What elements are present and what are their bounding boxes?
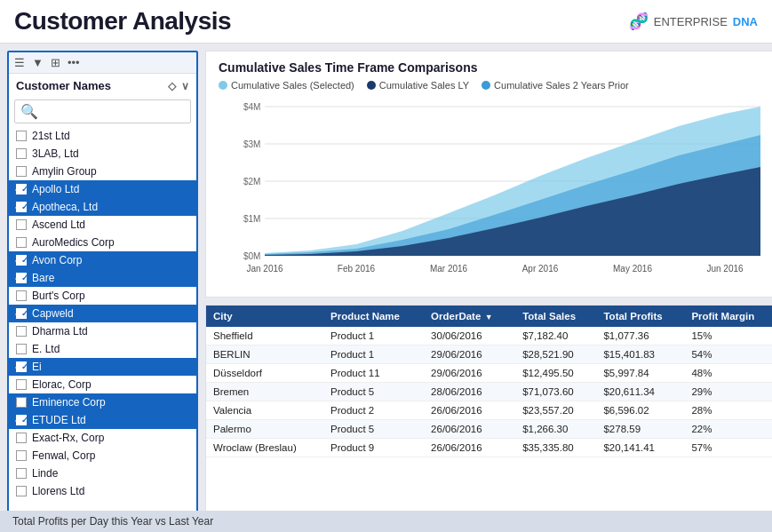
customer-name-label: Linde	[32, 467, 58, 480]
table-row[interactable]: ValenciaProduct 226/06/2016$23,557.20$6,…	[206, 401, 772, 420]
list-item[interactable]: ✓Capweld	[9, 305, 196, 322]
table-cell: Düsseldorf	[206, 364, 323, 383]
legend-label: Cumulative Sales LY	[379, 80, 469, 91]
table-row[interactable]: SheffieldProduct 130/06/2016$7,182.40$1,…	[206, 327, 772, 345]
table-cell: $5,997.84	[596, 364, 684, 383]
checkbox	[16, 166, 27, 177]
table-cell: Bremen	[206, 383, 323, 401]
table-header-cell[interactable]: Product Name	[323, 306, 424, 327]
list-item[interactable]: ✓Ei	[9, 358, 196, 376]
list-item[interactable]: Exact-Rx, Corp	[9, 429, 196, 447]
table-section: CityProduct NameOrderDate ▼Total SalesTo…	[205, 305, 772, 528]
legend-label: Cumulative Sales 2 Years Prior	[494, 80, 629, 91]
table-cell: 29%	[684, 383, 772, 401]
search-input[interactable]	[42, 106, 185, 118]
table-row[interactable]: BremenProduct 528/06/2016$71,073.60$20,6…	[206, 383, 772, 401]
table-header-cell[interactable]: Total Sales	[515, 306, 596, 327]
customer-name-label: 21st Ltd	[32, 130, 70, 142]
checkbox	[16, 237, 27, 248]
list-item[interactable]: Eminence Corp	[9, 393, 196, 411]
table-header-cell[interactable]: City	[206, 306, 323, 327]
checkbox	[16, 486, 27, 496]
table-cell: 26/06/2016	[424, 420, 515, 439]
table-cell: 57%	[684, 439, 772, 457]
search-box[interactable]: 🔍	[14, 99, 191, 123]
table-cell: $12,495.50	[515, 364, 596, 383]
checkbox	[16, 326, 27, 337]
table-cell: $6,596.02	[596, 401, 684, 420]
list-item[interactable]: ✓Apollo Ltd	[9, 180, 196, 198]
table-row[interactable]: PalermoProduct 526/06/2016$1,266.30$278.…	[206, 420, 772, 439]
svg-text:Mar 2016: Mar 2016	[430, 264, 468, 274]
legend-item: Cumulative Sales 2 Years Prior	[482, 80, 629, 91]
bottom-bar: Total Profits per Day this Year vs Last …	[0, 511, 772, 532]
menu-icon[interactable]: ☰	[14, 56, 25, 69]
table-row[interactable]: DüsseldorfProduct 1129/06/2016$12,495.50…	[206, 364, 772, 383]
list-item[interactable]: Fenwal, Corp	[9, 447, 196, 465]
table-header-cell[interactable]: OrderDate ▼	[424, 306, 515, 327]
table-cell: Product 9	[323, 439, 424, 457]
page-title: Customer Analysis	[14, 7, 231, 36]
list-item[interactable]: ✓Bare	[9, 269, 196, 287]
list-item[interactable]: ✓ETUDE Ltd	[9, 411, 196, 429]
checkbox: ✓	[16, 273, 27, 283]
customer-list[interactable]: 21st Ltd3LAB, LtdAmylin Group✓Apollo Ltd…	[9, 127, 196, 522]
list-item[interactable]: 21st Ltd	[9, 127, 196, 145]
list-item[interactable]: Llorens Ltd	[9, 482, 196, 500]
sidebar-header-icons: ◇ ∨	[168, 80, 189, 92]
bottom-bar-text: Total Profits per Day this Year vs Last …	[12, 515, 213, 528]
customer-name-label: Burt's Corp	[32, 290, 85, 302]
table-cell: $1,077.36	[596, 327, 684, 345]
table-row[interactable]: Wroclaw (Breslau)Product 926/06/2016$35,…	[206, 439, 772, 457]
table-header-cell[interactable]: Profit Margin	[684, 306, 772, 327]
table-cell: Wroclaw (Breslau)	[206, 439, 323, 457]
table-cell: $71,073.60	[515, 383, 596, 401]
checkbox: ✓	[16, 308, 27, 319]
table-row[interactable]: BERLINProduct 129/06/2016$28,521.90$15,4…	[206, 345, 772, 364]
list-item[interactable]: Dharma Ltd	[9, 322, 196, 340]
filter-icon[interactable]: ▼	[32, 56, 44, 69]
list-item[interactable]: AuroMedics Corp	[9, 234, 196, 251]
list-item[interactable]: Linde	[9, 465, 196, 482]
data-table: CityProduct NameOrderDate ▼Total SalesTo…	[206, 306, 772, 457]
list-item[interactable]: Elorac, Corp	[9, 376, 196, 393]
checkbox	[16, 379, 27, 390]
checkbox	[16, 468, 27, 479]
svg-text:$2M: $2M	[243, 177, 260, 187]
list-item[interactable]: Burt's Corp	[9, 287, 196, 305]
customer-name-label: ETUDE Ltd	[32, 414, 86, 426]
list-item[interactable]: 3LAB, Ltd	[9, 145, 196, 163]
list-item[interactable]: E. Ltd	[9, 340, 196, 358]
table-cell: $1,266.30	[515, 420, 596, 439]
chevron-icon[interactable]: ∨	[181, 80, 189, 92]
list-item[interactable]: Amylin Group	[9, 163, 196, 180]
customer-name-label: Ei	[32, 361, 42, 373]
search-icon: 🔍	[20, 103, 38, 120]
table-cell: $278.59	[596, 420, 684, 439]
list-item[interactable]: Ascend Ltd	[9, 216, 196, 234]
legend-item: Cumulative Sales (Selected)	[219, 80, 354, 91]
more-icon[interactable]: •••	[68, 56, 80, 69]
eraser-icon[interactable]: ◇	[168, 80, 176, 92]
table-cell: Product 11	[323, 364, 424, 383]
customer-name-label: Bare	[32, 272, 54, 284]
header: Customer Analysis 🧬 ENTERPRISE DNA	[0, 0, 772, 44]
table-cell: Product 1	[323, 345, 424, 364]
list-item[interactable]: ✓Avon Corp	[9, 251, 196, 269]
table-cell: 54%	[684, 345, 772, 364]
chart-legend: Cumulative Sales (Selected)Cumulative Sa…	[219, 80, 765, 91]
checkbox: ✓	[16, 415, 27, 425]
table-cell: Product 1	[323, 327, 424, 345]
table-cell: $7,182.40	[515, 327, 596, 345]
table-cell: 29/06/2016	[424, 345, 515, 364]
table-cell: $20,611.34	[596, 383, 684, 401]
checkbox	[16, 290, 27, 301]
customer-name-label: Capweld	[32, 307, 74, 320]
sidebar-toolbar: ☰ ▼ ⊞ •••	[9, 52, 196, 74]
table-cell: 28/06/2016	[424, 383, 515, 401]
table-icon[interactable]: ⊞	[51, 56, 60, 69]
svg-text:$1M: $1M	[243, 214, 260, 224]
list-item[interactable]: ✓Apotheca, Ltd	[9, 198, 196, 216]
table-header-cell[interactable]: Total Profits	[596, 306, 684, 327]
table-cell: $35,335.80	[515, 439, 596, 457]
